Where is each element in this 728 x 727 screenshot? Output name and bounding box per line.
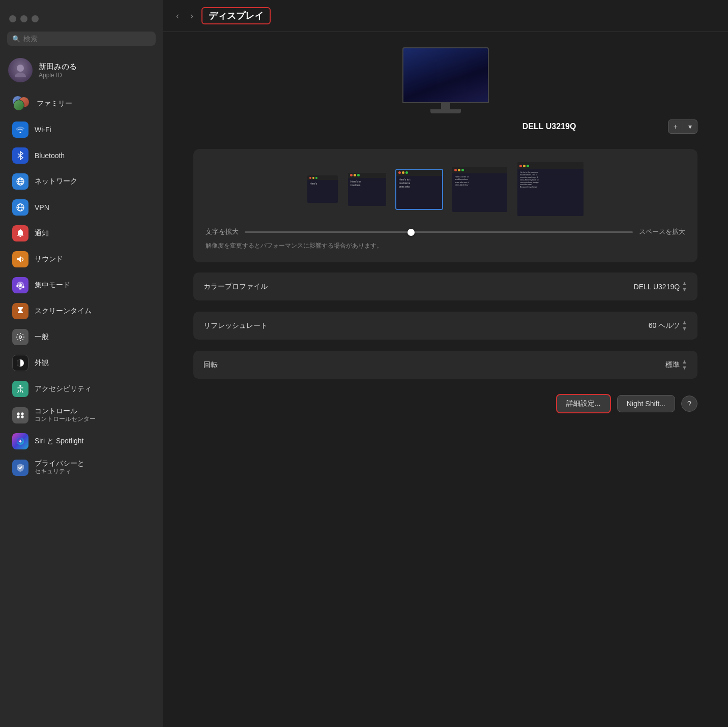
accessibility-icon — [12, 381, 28, 397]
preview-titlebar-4 — [452, 167, 507, 173]
refresh-rate-stepper[interactable]: ▲▼ — [682, 320, 687, 331]
sidebar-item-wifi[interactable]: Wi-Fi — [4, 117, 159, 142]
avatar — [8, 58, 33, 82]
sidebar-item-bluetooth[interactable]: Bluetooth — [4, 143, 159, 168]
sidebar-item-label: 集中モード — [35, 281, 70, 290]
sidebar-item-label: ファミリー — [37, 99, 72, 108]
sidebar-item-label: 通知 — [35, 229, 49, 238]
resolution-preview-1[interactable]: Here's — [306, 174, 339, 204]
sidebar-item-privacy[interactable]: プライバシーと セキュリティ — [4, 455, 159, 480]
svg-point-19 — [21, 416, 23, 418]
network-icon — [12, 173, 28, 190]
ptb-green-dot — [527, 165, 529, 167]
ptb-yellow-dot — [402, 171, 404, 174]
sidebar-item-label: VPN — [35, 203, 49, 211]
sidebar-item-notifications[interactable]: 通知 — [4, 221, 159, 246]
preview-text-3: Here's to ttroublemaones who — [398, 177, 412, 190]
preview-window-4[interactable]: Here's to the crtroublemakers.ones who s… — [451, 166, 508, 213]
resolution-preview-3[interactable]: Here's to ttroublemaones who — [395, 169, 443, 210]
color-profile-row: カラープロファイル DELL U3219Q ▲▼ — [193, 272, 697, 300]
ptb-red-dot — [398, 171, 401, 174]
night-shift-button[interactable]: Night Shift... — [617, 395, 675, 412]
ptb-yellow-dot — [312, 177, 314, 179]
user-section[interactable]: 新田みのる Apple ID — [0, 54, 163, 90]
preview-titlebar-5 — [517, 162, 584, 169]
refresh-rate-text: 60 ヘルツ — [649, 321, 680, 330]
ptb-yellow-dot — [354, 174, 356, 176]
resolution-preview-2[interactable]: Here's totroublem — [347, 172, 387, 207]
sidebar-item-focus[interactable]: 集中モード — [4, 272, 159, 298]
preview-window-1[interactable]: Here's — [306, 174, 339, 204]
help-button[interactable]: ? — [681, 396, 697, 412]
preview-body-1: Here's — [307, 180, 338, 203]
appearance-icon — [12, 355, 28, 371]
focus-icon — [12, 277, 28, 293]
preview-window-3[interactable]: Here's to ttroublemaones who — [395, 169, 443, 210]
detail-settings-button[interactable]: 詳細設定... — [556, 394, 611, 413]
svg-point-0 — [17, 65, 24, 72]
user-subtitle: Apple ID — [39, 72, 77, 79]
close-light[interactable] — [9, 15, 16, 22]
forward-button[interactable]: › — [187, 10, 196, 22]
preview-window-2[interactable]: Here's totroublem — [347, 172, 387, 207]
wifi-icon — [12, 122, 28, 138]
resolution-note: 解像度を変更するとパフォーマンスに影響する場合があります。 — [206, 241, 685, 250]
monitor-illustration — [400, 47, 491, 113]
preview-titlebar-2 — [348, 173, 386, 178]
sidebar-item-sound[interactable]: サウンド — [4, 247, 159, 272]
sidebar-item-appearance[interactable]: 外観 — [4, 350, 159, 376]
sidebar-item-family[interactable]: ファミリー — [4, 91, 159, 116]
minimize-light[interactable] — [20, 15, 27, 22]
monitor-stand-neck — [441, 103, 450, 109]
rotation-stepper[interactable]: ▲▼ — [682, 359, 687, 371]
general-icon — [12, 329, 28, 345]
sidebar-item-screentime[interactable]: スクリーンタイム — [4, 298, 159, 324]
ptb-green-dot — [357, 174, 360, 176]
siri-icon — [12, 433, 28, 449]
refresh-rate-value[interactable]: 60 ヘルツ ▲▼ — [649, 320, 687, 331]
color-profile-value[interactable]: DELL U3219Q ▲▼ — [634, 281, 687, 292]
sidebar-item-control-center[interactable]: コントロール コントロールセンター — [4, 402, 159, 428]
sidebar-item-general[interactable]: 一般 — [4, 324, 159, 350]
rotation-value[interactable]: 標準 ▲▼ — [665, 359, 687, 371]
svg-point-13 — [19, 336, 22, 339]
add-display-button[interactable]: + — [668, 119, 683, 134]
search-bar[interactable]: 🔍 — [7, 32, 156, 46]
sidebar: 🔍 新田みのる Apple ID — [0, 0, 163, 727]
resolution-preview-5[interactable]: Here's to the crazy onetroublemakers. Th… — [516, 161, 585, 217]
preview-window-5[interactable]: Here's to the crazy onetroublemakers. Th… — [516, 161, 585, 217]
traffic-lights — [0, 10, 163, 32]
svg-point-15 — [19, 385, 21, 387]
ptb-red-dot — [309, 177, 311, 179]
user-info: 新田みのる Apple ID — [39, 62, 77, 79]
page-title: ディスプレイ — [209, 11, 264, 21]
resolution-preview-4[interactable]: Here's to the crtroublemakers.ones who s… — [451, 166, 508, 213]
display-dropdown-button[interactable]: ▾ — [683, 119, 697, 134]
sidebar-item-label: スクリーンタイム — [35, 307, 92, 316]
sidebar-item-network[interactable]: ネットワーク — [4, 169, 159, 194]
fullscreen-light[interactable] — [32, 15, 39, 22]
sidebar-item-label: Wi-Fi — [35, 126, 51, 134]
sidebar-item-vpn[interactable]: VPN — [4, 195, 159, 220]
content-area: DELL U3219Q + ▾ — [163, 32, 728, 727]
sidebar-item-label: サウンド — [35, 255, 63, 264]
color-profile-stepper[interactable]: ▲▼ — [682, 281, 687, 292]
svg-point-18 — [17, 416, 19, 418]
sidebar-item-siri[interactable]: Siri と Spotlight — [4, 429, 159, 454]
sidebar-item-accessibility[interactable]: アクセシビリティ — [4, 376, 159, 402]
back-button[interactable]: ‹ — [173, 10, 182, 22]
preview-titlebar-3 — [396, 170, 442, 176]
ptb-red-dot — [454, 169, 457, 171]
preview-text-5: Here's to the crazy onetroublemakers. Th… — [519, 170, 540, 190]
main-panel: ‹ › ディスプレイ DELL U3219Q + ▾ — [163, 0, 728, 727]
ptb-red-dot — [519, 165, 522, 167]
preview-body-3: Here's to ttroublemaones who — [396, 176, 442, 209]
ptb-yellow-dot — [458, 169, 460, 171]
search-icon: 🔍 — [12, 35, 20, 43]
resolution-slider[interactable] — [245, 231, 633, 233]
search-input[interactable] — [23, 35, 151, 43]
resolution-panel: Here's Here's totroublem — [193, 149, 697, 262]
sidebar-item-label: Siri と Spotlight — [35, 437, 83, 446]
preview-text-4: Here's to the crtroublemakers.ones who s… — [454, 174, 470, 188]
monitor-section: DELL U3219Q + ▾ — [193, 47, 697, 139]
